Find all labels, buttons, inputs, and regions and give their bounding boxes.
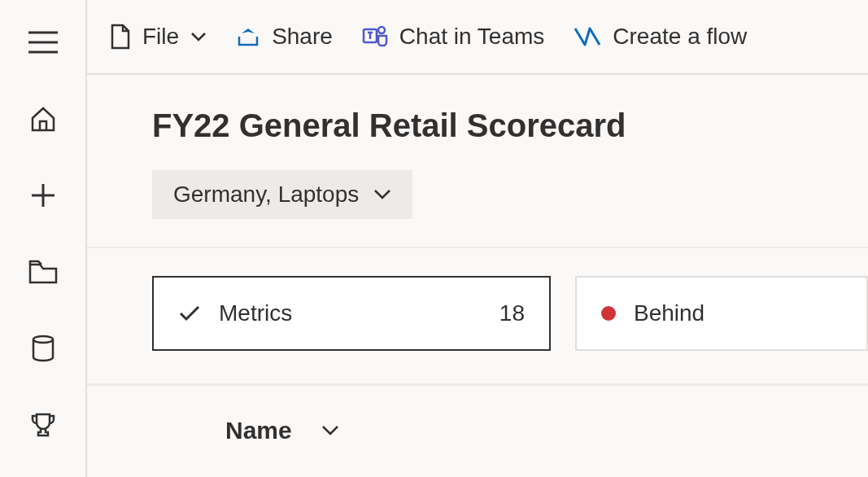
- name-column-label: Name: [225, 417, 292, 444]
- home-icon[interactable]: [25, 101, 61, 137]
- share-label: Share: [272, 24, 333, 50]
- database-icon[interactable]: [25, 330, 61, 366]
- flow-icon: [574, 25, 601, 48]
- metrics-card-label: Metrics: [219, 300, 292, 326]
- metrics-count: 18: [499, 300, 525, 326]
- page-header: FY22 General Retail Scorecard Germany, L…: [87, 75, 868, 219]
- top-toolbar: File Share Chat in Teams: [87, 0, 868, 75]
- share-icon: [236, 25, 260, 48]
- hamburger-menu-icon[interactable]: [25, 24, 61, 60]
- file-label: File: [142, 24, 179, 50]
- plus-icon[interactable]: [25, 177, 61, 213]
- share-button[interactable]: Share: [236, 24, 333, 50]
- trophy-icon[interactable]: [25, 407, 61, 443]
- chat-teams-button[interactable]: Chat in Teams: [362, 24, 544, 50]
- chevron-down-icon: [321, 425, 339, 436]
- left-nav-rail: [0, 0, 85, 477]
- create-flow-label: Create a flow: [613, 24, 747, 50]
- filter-dropdown[interactable]: Germany, Laptops: [152, 170, 412, 219]
- name-column-header[interactable]: Name: [87, 386, 868, 444]
- chevron-down-icon: [373, 189, 391, 200]
- status-dot-icon: [601, 306, 616, 321]
- summary-cards-row: Metrics 18 Behind: [87, 248, 868, 351]
- chat-teams-label: Chat in Teams: [399, 24, 544, 50]
- main-content: File Share Chat in Teams: [85, 0, 868, 477]
- folder-icon[interactable]: [25, 254, 61, 290]
- checkmark-icon: [178, 304, 201, 322]
- filter-label: Germany, Laptops: [173, 182, 359, 208]
- status-card-label: Behind: [634, 300, 704, 326]
- create-flow-button[interactable]: Create a flow: [574, 24, 747, 50]
- file-menu[interactable]: File: [110, 24, 207, 50]
- svg-point-2: [378, 27, 385, 33]
- status-card[interactable]: Behind: [575, 276, 868, 351]
- chevron-down-icon: [190, 32, 207, 42]
- page-title: FY22 General Retail Scorecard: [152, 107, 868, 144]
- metrics-card[interactable]: Metrics 18: [152, 276, 551, 351]
- svg-point-0: [33, 336, 53, 343]
- teams-icon: [362, 24, 388, 49]
- file-icon: [110, 24, 131, 50]
